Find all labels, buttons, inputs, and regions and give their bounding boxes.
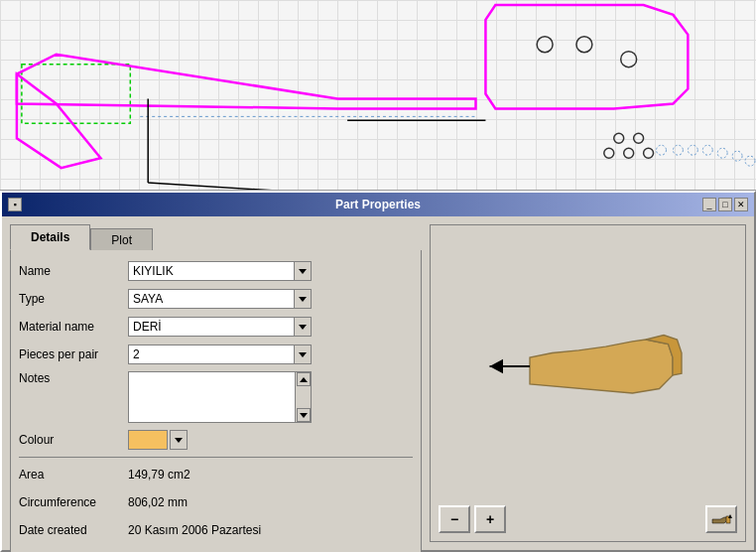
close-button[interactable]: ✕	[734, 198, 748, 211]
name-input[interactable]	[128, 261, 294, 281]
date-created-label: Date created	[19, 523, 128, 537]
title-bar: ▪ Part Properties _ □ ✕	[2, 193, 754, 216]
pieces-row: Pieces per pair	[19, 344, 413, 365]
notes-scroll-up-button[interactable]	[297, 372, 311, 386]
type-row: Type	[19, 288, 413, 310]
zoom-in-button[interactable]: +	[474, 505, 506, 533]
type-input[interactable]	[128, 289, 294, 309]
preview-area	[439, 233, 737, 499]
pieces-dropdown-button[interactable]	[294, 345, 312, 364]
type-label: Type	[19, 292, 128, 306]
material-input[interactable]	[128, 317, 294, 337]
linked-part-row: Linked part Yes	[19, 547, 413, 552]
name-select-wrapper	[128, 261, 312, 281]
colour-row: Colour	[19, 429, 413, 451]
pieces-label: Pieces per pair	[19, 347, 128, 361]
maximize-button[interactable]: □	[718, 198, 732, 211]
area-value: 149,79 cm2	[128, 468, 190, 482]
area-row: Area 149,79 cm2	[19, 464, 413, 485]
material-control	[128, 317, 413, 337]
notes-textarea[interactable]	[129, 372, 295, 422]
colour-dropdown-arrow-icon	[175, 438, 183, 443]
svg-point-18	[745, 156, 755, 166]
circumference-label: Circumference	[19, 495, 128, 509]
notes-scroll-down-button[interactable]	[297, 408, 311, 422]
colour-swatch[interactable]	[128, 430, 168, 450]
minimize-button[interactable]: _	[702, 198, 716, 211]
svg-point-6	[604, 148, 614, 158]
svg-rect-0	[22, 65, 130, 124]
dialog-title: Part Properties	[335, 198, 421, 211]
material-select-wrapper	[128, 317, 312, 337]
colour-dropdown-button[interactable]	[170, 430, 188, 450]
notes-control	[128, 371, 413, 423]
svg-point-14	[688, 145, 697, 155]
title-menu-button[interactable]: ▪	[8, 198, 22, 211]
tabs: Details Plot	[10, 224, 422, 250]
type-control	[128, 289, 413, 309]
svg-point-2	[576, 37, 592, 53]
pieces-input[interactable]	[128, 345, 294, 364]
colour-label: Colour	[19, 433, 128, 447]
name-dropdown-arrow-icon	[299, 269, 307, 274]
form-panel: Name Type	[10, 250, 422, 552]
material-label: Material name	[19, 320, 128, 334]
type-dropdown-arrow-icon	[299, 297, 307, 302]
colour-control	[128, 430, 413, 450]
material-dropdown-button[interactable]	[294, 317, 312, 337]
preview-svg	[439, 277, 737, 456]
svg-point-8	[644, 148, 654, 158]
material-dropdown-arrow-icon	[299, 325, 307, 330]
colour-swatch-wrapper	[128, 430, 413, 450]
zoom-out-button[interactable]: −	[439, 505, 470, 533]
pieces-select-wrapper	[128, 345, 312, 364]
type-dropdown-button[interactable]	[294, 289, 312, 309]
svg-point-4	[614, 133, 624, 143]
date-created-row: Date created 20 Kasım 2006 Pazartesi	[19, 519, 413, 541]
canvas-svg	[0, 0, 756, 190]
right-panel: − +	[430, 224, 746, 542]
title-left-buttons: ▪	[8, 198, 22, 211]
svg-point-17	[732, 151, 742, 161]
tab-plot[interactable]: Plot	[90, 228, 153, 250]
svg-point-3	[621, 52, 637, 68]
svg-point-16	[717, 148, 727, 158]
name-label: Name	[19, 264, 128, 278]
date-created-value: 20 Kasım 2006 Pazartesi	[128, 523, 261, 537]
name-control	[128, 261, 413, 281]
area-label: Area	[19, 468, 128, 482]
svg-point-7	[624, 148, 634, 158]
name-row: Name	[19, 260, 413, 282]
pieces-control	[128, 345, 413, 364]
notes-textarea-wrapper	[128, 371, 312, 423]
divider	[19, 457, 413, 458]
circumference-row: Circumference 806,02 mm	[19, 491, 413, 513]
svg-point-13	[673, 145, 683, 155]
zoom-buttons: − +	[439, 505, 506, 533]
left-panel: Details Plot Name	[10, 224, 422, 542]
notes-row: Notes	[19, 371, 413, 423]
svg-point-5	[634, 133, 644, 143]
notes-label: Notes	[19, 371, 128, 385]
svg-point-15	[702, 145, 712, 155]
notes-scrollbar	[295, 372, 311, 422]
export-button[interactable]	[705, 505, 737, 533]
material-row: Material name	[19, 316, 413, 338]
svg-point-12	[657, 145, 667, 155]
tab-details[interactable]: Details	[10, 224, 90, 250]
circumference-value: 806,02 mm	[128, 495, 188, 509]
dialog: ▪ Part Properties _ □ ✕ Details Plot	[0, 191, 756, 552]
name-dropdown-button[interactable]	[294, 261, 312, 281]
shoe-export-icon	[710, 509, 732, 529]
svg-point-1	[537, 37, 553, 53]
content-area: Details Plot Name	[2, 216, 754, 550]
title-window-buttons: _ □ ✕	[700, 198, 748, 211]
type-select-wrapper	[128, 289, 312, 309]
pieces-dropdown-arrow-icon	[299, 352, 307, 357]
canvas-area	[0, 0, 756, 191]
svg-line-11	[148, 183, 308, 190]
bottom-buttons: − +	[439, 499, 737, 533]
scroll-up-icon	[300, 377, 308, 382]
scroll-down-icon	[300, 413, 308, 418]
